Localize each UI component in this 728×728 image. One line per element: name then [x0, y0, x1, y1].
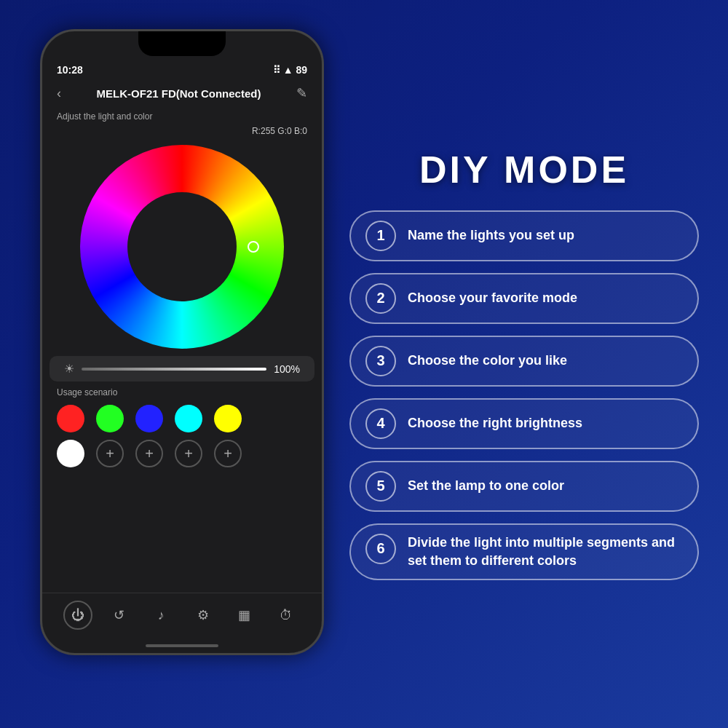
- dot-yellow[interactable]: [214, 405, 242, 432]
- dot-blue[interactable]: [135, 405, 163, 432]
- step-number-4: 4: [365, 408, 396, 439]
- right-panel: DIY MODE 1 Name the lights you set up 2 …: [349, 148, 699, 580]
- step-number-3: 3: [365, 346, 396, 376]
- color-wheel[interactable]: [80, 145, 284, 349]
- step-text-1: Name the lights you set up: [408, 226, 574, 245]
- dot-cyan[interactable]: [175, 405, 202, 432]
- add-dot-2[interactable]: +: [135, 440, 163, 467]
- brightness-icon: ☀: [64, 362, 74, 376]
- color-dots-row2: + + + +: [42, 437, 322, 470]
- nav-title: MELK-OF21 FD(Not Connected): [97, 87, 261, 100]
- brightness-value: 100%: [274, 363, 300, 375]
- step-number-5: 5: [365, 471, 396, 502]
- back-icon[interactable]: ‹: [57, 86, 61, 101]
- nav-scenes-icon[interactable]: ▦: [230, 601, 259, 630]
- step-text-4: Choose the right brightness: [408, 414, 582, 432]
- step-item-6: 6 Divide the light into multiple segment…: [349, 523, 699, 580]
- phone-notch: [138, 31, 226, 56]
- step-item-3: 3 Choose the color you like: [349, 336, 699, 387]
- home-indicator: [146, 644, 218, 647]
- step-item-5: 5 Set the lamp to one color: [349, 461, 699, 512]
- nav-timer-icon[interactable]: ⏱: [272, 601, 301, 630]
- nav-mode-icon[interactable]: ↺: [105, 601, 134, 630]
- usage-label: Usage scenario: [42, 381, 322, 400]
- color-dots-row1: [42, 400, 322, 437]
- step-item-1: 1 Name the lights you set up: [349, 210, 699, 261]
- step-text-3: Choose the color you like: [408, 352, 567, 370]
- phone-screen: 10:28 ⠿ ▲ 89 ‹ MELK-OF21 FD(Not Connecte…: [42, 31, 322, 653]
- step-text-2: Choose your favorite mode: [408, 289, 577, 307]
- dot-red[interactable]: [57, 405, 84, 432]
- edit-icon[interactable]: ✎: [296, 85, 307, 101]
- dot-white[interactable]: [57, 440, 84, 467]
- step-text-5: Set the lamp to one color: [408, 477, 564, 495]
- step-number-2: 2: [365, 283, 396, 314]
- phone-bottom-nav: ⏻ ↺ ♪ ⚙ ▦ ⏱: [42, 593, 322, 644]
- color-wheel-container[interactable]: [42, 138, 322, 356]
- nav-music-icon[interactable]: ♪: [146, 601, 175, 630]
- step-item-2: 2 Choose your favorite mode: [349, 273, 699, 324]
- step-text-6: Divide the light into multiple segments …: [408, 534, 683, 570]
- phone-nav: ‹ MELK-OF21 FD(Not Connected) ✎: [42, 78, 322, 108]
- add-dot-4[interactable]: +: [214, 440, 242, 467]
- rgb-value: R:255 G:0 B:0: [42, 124, 322, 138]
- diy-title: DIY MODE: [349, 148, 699, 191]
- main-container: 10:28 ⠿ ▲ 89 ‹ MELK-OF21 FD(Not Connecte…: [0, 0, 728, 728]
- add-dot-3[interactable]: +: [175, 440, 202, 467]
- step-item-4: 4 Choose the right brightness: [349, 398, 699, 449]
- status-time: 10:28: [57, 64, 83, 76]
- status-icons: ⠿ ▲ 89: [273, 64, 307, 76]
- phone-wrapper: 10:28 ⠿ ▲ 89 ‹ MELK-OF21 FD(Not Connecte…: [29, 29, 335, 699]
- color-indicator: [248, 241, 259, 253]
- nav-power-icon[interactable]: ⏻: [63, 601, 92, 630]
- brightness-bar[interactable]: [82, 368, 266, 371]
- add-dot-1[interactable]: +: [96, 440, 124, 467]
- step-number-1: 1: [365, 221, 396, 251]
- step-number-6: 6: [365, 534, 396, 564]
- adjust-label: Adjust the light and color: [42, 108, 322, 124]
- phone: 10:28 ⠿ ▲ 89 ‹ MELK-OF21 FD(Not Connecte…: [40, 29, 324, 655]
- brightness-row[interactable]: ☀ 100%: [50, 356, 314, 381]
- nav-settings-icon[interactable]: ⚙: [189, 601, 218, 630]
- phone-status-bar: 10:28 ⠿ ▲ 89: [42, 60, 322, 78]
- dot-green[interactable]: [96, 405, 124, 432]
